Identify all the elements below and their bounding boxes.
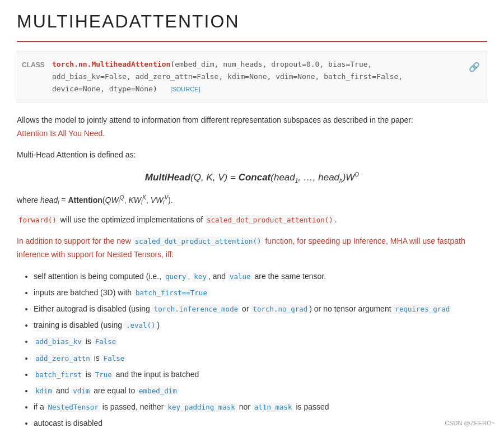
bullet-list: self attention is being computed (i.e., …	[34, 270, 487, 431]
description-2: Multi-Head Attention is defined as:	[17, 148, 487, 162]
code-value: value	[228, 272, 253, 281]
math-formula: MultiHead(Q, K, V) = Concat(head1, …, he…	[145, 172, 359, 183]
code-add-bias-kv: add_bias_kv	[34, 337, 83, 346]
code-nested-tensor: NestedTensor	[46, 402, 100, 412]
sig-params3: device=None, dtype=None	[52, 85, 153, 93]
page-title: MULTIHEADATTENTION	[17, 11, 487, 32]
where-line: where headi = Attention(QWiQ, KWiK, VWiV…	[17, 194, 487, 206]
list-item: inputs are batched (3D) with batch_first…	[34, 286, 487, 300]
list-item: kdim and vdim are equal to embed_dim	[34, 384, 487, 398]
link-icon[interactable]: 🔗	[469, 59, 480, 75]
list-item: autocast is disabled	[34, 416, 487, 430]
code-query: query	[164, 272, 188, 281]
list-item: batch_first is True and the input is bat…	[34, 368, 487, 382]
forward-code: forward()	[17, 215, 58, 225]
source-link[interactable]: [SOURCE]	[170, 86, 200, 92]
desc1-text: Allows the model to jointly attend to in…	[17, 115, 413, 124]
list-item: self attention is being computed (i.e., …	[34, 270, 487, 284]
code-add-zero-attn: add_zero_attn	[34, 354, 92, 363]
list-item: if a NestedTensor is passed, neither key…	[34, 400, 487, 414]
list-item: add_zero_attn is False	[34, 351, 487, 365]
class-signature-box: CLASS torch.nn.MultiheadAttention(embed_…	[17, 51, 487, 103]
description-1: Allows the model to jointly attend to in…	[17, 114, 487, 141]
code-kdim: kdim	[34, 386, 54, 396]
code-key: key	[192, 272, 208, 281]
red-divider	[17, 41, 487, 42]
notice-text: In addition to support for the new scale…	[17, 235, 487, 262]
sig-params2: add_bias_kv=False, add_zero_attn=False, …	[52, 72, 403, 81]
sig-params1: embed_dim, num_heads, dropout=0.0, bias=…	[175, 60, 372, 68]
sig-close: )	[153, 85, 157, 93]
forward-line: forward() will use the optimized impleme…	[17, 213, 487, 227]
code-inference-mode: torch.inference_mode	[152, 304, 240, 314]
math-display: MultiHead(Q, K, V) = Concat(head1, …, he…	[17, 172, 487, 184]
code-batch-first: batch_first==True	[134, 288, 209, 298]
list-item: Either autograd is disabled (using torch…	[34, 302, 487, 316]
code-eval: .eval()	[124, 320, 157, 330]
code-key-padding-mask: key_padding_mask	[166, 402, 236, 412]
code-attn-mask: attn_mask	[253, 402, 294, 412]
code-requires-grad: requires_grad	[393, 304, 451, 314]
code-vdim: vdim	[71, 386, 91, 396]
code-true-1: True	[94, 370, 114, 379]
code-false-1: False	[94, 337, 118, 346]
code-no-grad: torch.no_grad	[251, 304, 309, 314]
signature-content: torch.nn.MultiheadAttention(embed_dim, n…	[52, 58, 464, 95]
class-label: CLASS	[22, 59, 45, 71]
code-false-2: False	[102, 354, 127, 363]
sig-open: (	[170, 60, 175, 68]
watermark: CSDN @ZEERO~	[445, 420, 495, 426]
paper-link[interactable]: Attention Is All You Need.	[17, 129, 105, 138]
list-item: add_bias_kv is False	[34, 335, 487, 349]
code-batch-first-2: batch_first	[34, 370, 83, 379]
code-embed-dim: embed_dim	[137, 386, 179, 396]
list-item: training is disabled (using .eval())	[34, 318, 487, 332]
notice-code1: scaled_dot_product_attention()	[133, 236, 263, 246]
sdpa-code: scaled_dot_product_attention()	[205, 215, 335, 225]
class-name: torch.nn.MultiheadAttention	[52, 60, 170, 68]
